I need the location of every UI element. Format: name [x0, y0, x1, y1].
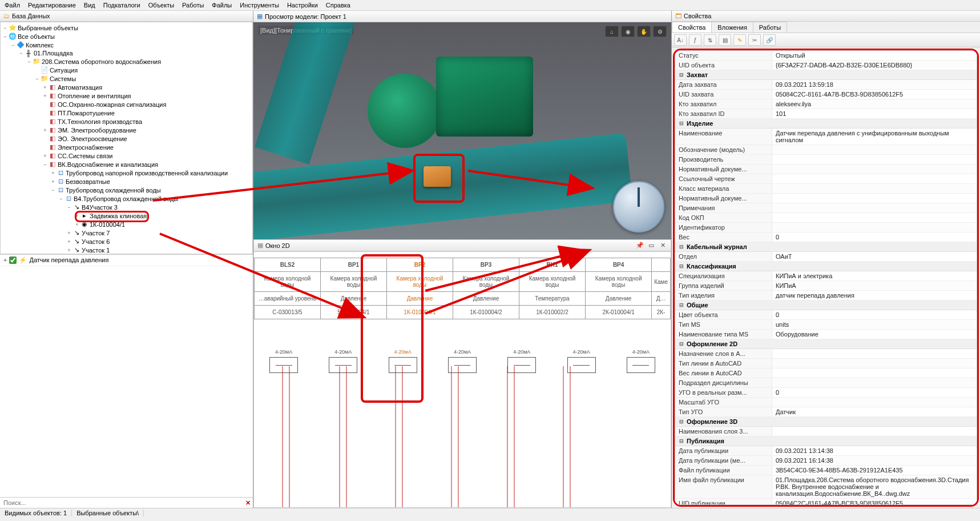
menu-Подкаталоги[interactable]: Подкаталоги [103, 2, 140, 9]
props-value[interactable] [772, 184, 977, 193]
menu-Настройки[interactable]: Настройки [287, 2, 318, 9]
props-row[interactable]: НаименованиеДатчик перепада давления с у… [675, 129, 977, 145]
props-section-header[interactable]: ⊟Захват [675, 70, 977, 80]
properties-grid[interactable]: СтатусОткрытыйUID объекта{6F3A2F27-DADB-… [675, 50, 977, 505]
expander-icon[interactable]: − [34, 76, 41, 82]
props-row[interactable]: Наименования слоя 3... [675, 427, 977, 436]
props-row[interactable]: Файл публикации3B54C4C0-9E34-48B5-A63B-2… [675, 466, 977, 475]
props-row[interactable]: Масштаб УГО [675, 398, 977, 407]
props-row[interactable]: Наименование типа MSОборудование [675, 330, 977, 339]
props-row[interactable]: СтатусОткрытый [675, 51, 977, 61]
props-value[interactable]: ОАиТ [772, 252, 977, 261]
menu-Вид[interactable]: Вид [84, 2, 95, 9]
collapse-icon[interactable]: ⊟ [679, 263, 684, 269]
collapse-icon[interactable]: ⊟ [679, 341, 684, 347]
props-row[interactable]: UID захвата05084C2C-8161-4A7B-BCB3-9D838… [675, 90, 977, 99]
tree-label[interactable]: Выбранные объекты [18, 25, 78, 31]
view2d-viewport[interactable]: BLS2BP1BP2BP3BK1BP4Камера холодной водыК… [253, 251, 671, 508]
props-section-header[interactable]: ⊟Изделие [675, 119, 977, 129]
collapse-icon[interactable]: ⊟ [679, 438, 684, 444]
props-section-header[interactable]: ⊟Публикация [675, 436, 977, 446]
search-clear-icon[interactable]: ✕ [243, 499, 253, 507]
main-menu[interactable]: ФайлРедактированиеВидПодкаталогиОбъектыР… [0, 0, 980, 11]
props-value[interactable]: 01.Площадка.208.Система оборотного водос… [772, 475, 977, 498]
props-row[interactable]: Идентификатор [675, 223, 977, 233]
props-value[interactable]: alekseev.ilya [772, 99, 977, 109]
props-section-header[interactable]: ⊟Кабельный журнал [675, 242, 977, 252]
tree-label[interactable]: 208.Система оборотного водоснабжения [42, 58, 161, 65]
props-value[interactable]: КИПиА [772, 281, 977, 290]
menu-Файлы[interactable]: Файлы [212, 2, 232, 9]
props-section-header[interactable]: ⊟Общие [675, 300, 977, 310]
filter-checkbox[interactable] [9, 257, 17, 264]
props-value[interactable]: 0 [772, 233, 977, 242]
tree-node[interactable]: − 📁 Системы [2, 74, 251, 83]
tree-label[interactable]: Ситуация [50, 67, 78, 74]
props-value[interactable]: {6F3A2F27-DADB-4A2D-B32E-D30E1E6DB880} [772, 61, 977, 70]
props-value[interactable]: Датчик перепада давления с унифицированн… [772, 129, 977, 145]
tree-label[interactable]: ПТ.Пожаротушение [58, 110, 115, 117]
view3d-viewport[interactable]: [Вид][Тонированный с гранями] ⌂ ◉ ✋ ⚙ [253, 22, 671, 239]
props-row[interactable]: Обозначение (модель) [675, 145, 977, 155]
tree-node[interactable]: + ◧ Отопление и вентиляция [2, 91, 251, 100]
props-value[interactable] [772, 165, 977, 174]
tree-node[interactable]: + ◉ 1К-010004/1 [2, 220, 251, 229]
tree-label[interactable]: Участок 1 [82, 247, 110, 254]
expander-icon[interactable]: − [66, 205, 72, 210]
props-row[interactable]: Тип УГОДатчик [675, 407, 977, 417]
tree-label[interactable]: ТХ.Технология производства [58, 118, 142, 125]
tree-label[interactable]: Безвозвратные [66, 178, 110, 185]
expander-icon[interactable]: + [42, 85, 49, 90]
tree-label[interactable]: ЭО. Электроосвещение [58, 135, 127, 142]
cut-button[interactable]: ✂ [748, 34, 761, 46]
props-value[interactable] [772, 427, 977, 436]
tree-label[interactable]: ВК.Водоснабжение и канализация [58, 161, 158, 168]
tree-label[interactable]: Трубопровод напорной производственной ка… [66, 170, 228, 177]
props-row[interactable]: Кто захватилalekseev.ilya [675, 99, 977, 109]
expander-icon[interactable]: − [26, 59, 33, 65]
expander-icon[interactable]: − [10, 42, 17, 48]
props-row[interactable]: Группа изделийКИПиА [675, 281, 977, 291]
props-value[interactable]: Датчик [772, 407, 977, 416]
props-row[interactable]: Вес0 [675, 233, 977, 242]
expander-icon[interactable]: − [50, 187, 57, 193]
tree-label[interactable]: Трубопровод охлажденной воды [66, 187, 161, 194]
props-value[interactable]: датчик перепада давления [772, 291, 977, 300]
props-value[interactable] [772, 203, 977, 213]
tree-label[interactable]: В4.Трубопровод охлажденной воды [74, 195, 178, 202]
props-row[interactable]: Ссылочный чертеж [675, 174, 977, 184]
tree-label[interactable]: Системы [50, 75, 76, 82]
tree-label[interactable]: Участок 7 [82, 230, 110, 237]
expander-icon[interactable]: + [66, 230, 72, 236]
tab-Вложения[interactable]: Вложения [711, 22, 753, 33]
tree-label[interactable]: Отопление и вентиляция [58, 93, 131, 99]
tree-node[interactable]: + ⊡ Безвозвратные [2, 177, 251, 186]
expander-icon[interactable]: + [3, 257, 7, 263]
props-row[interactable]: UID объекта{6F3A2F27-DADB-4A2D-B32E-D30E… [675, 61, 977, 70]
props-value[interactable]: 101 [772, 109, 977, 118]
props-value[interactable]: 3B54C4C0-9E34-48B5-A63B-291912A1E435 [772, 466, 977, 475]
tree-node[interactable]: ◧ ЭО. Электроосвещение [2, 134, 251, 143]
props-section-header[interactable]: ⊟Оформление 3D [675, 417, 977, 427]
tree-label[interactable]: Все объекты [18, 33, 55, 40]
props-value[interactable]: КИПиА и электрика [772, 271, 977, 280]
tree-label[interactable]: ОС.Охранно-пожарная сигнализация [58, 101, 166, 108]
props-row[interactable]: Дата публикации09.03.2021 13:14:38 [675, 446, 977, 456]
compass-icon[interactable] [613, 181, 664, 233]
sort-button[interactable]: ⇅ [704, 34, 716, 46]
props-value[interactable] [772, 398, 977, 407]
props-row[interactable]: Подраздел дисциплины [675, 378, 977, 388]
props-row[interactable]: Назначение слоя в A... [675, 349, 977, 359]
props-value[interactable]: 05084C2C-8161-4A7B-BCB3-9D83850612F5 [772, 90, 977, 99]
props-value[interactable] [772, 194, 977, 203]
tab-Работы[interactable]: Работы [753, 22, 787, 33]
expander-icon[interactable]: + [42, 127, 49, 133]
expander-icon[interactable]: − [18, 50, 25, 56]
props-row[interactable]: Тип линии в AutoCAD [675, 359, 977, 368]
tree-node[interactable]: 📄 Ситуация [2, 66, 251, 74]
tree-label[interactable]: Участок 6 [82, 238, 110, 245]
tree-node[interactable]: − ↘ В4Участок 3 [2, 203, 251, 211]
props-value[interactable]: 05084C2C-8161-4A7B-BCB3-9D83850612F5 [772, 499, 977, 505]
props-value[interactable]: units [772, 320, 977, 329]
tree-label[interactable]: СС.Системы связи [58, 153, 112, 159]
